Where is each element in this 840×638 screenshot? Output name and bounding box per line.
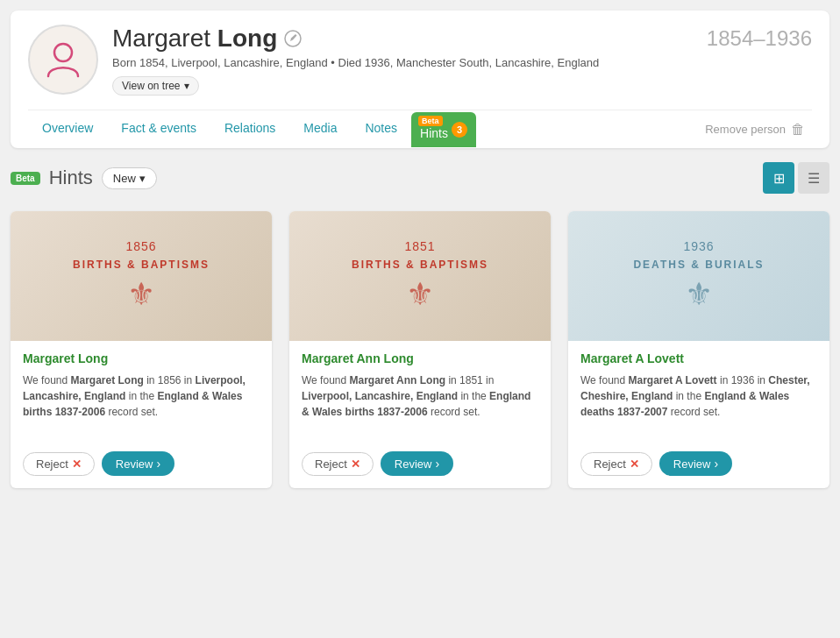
crest-icon: ⚜ <box>127 276 155 313</box>
beta-badge-nav: Beta <box>418 116 443 126</box>
card-record-type: DEATHS & BURIALS <box>633 259 764 271</box>
card-description: We found Margaret Ann Long in 1851 in Li… <box>302 372 538 420</box>
reject-x-icon: ✕ <box>72 457 82 471</box>
edit-icon[interactable] <box>284 30 302 47</box>
hint-card: 1856 BIRTHS & BAPTISMS ⚜ Margaret Long W… <box>11 211 272 488</box>
cards-grid: 1856 BIRTHS & BAPTISMS ⚜ Margaret Long W… <box>11 211 829 488</box>
review-button[interactable]: Review › <box>659 451 732 476</box>
hints-section-header: Beta Hints New ▾ ⊞ ☰ <box>11 162 829 194</box>
new-button[interactable]: New ▾ <box>102 167 157 189</box>
card-record-type: BIRTHS & BAPTISMS <box>352 259 488 271</box>
card-body: Margaret Long We found Margaret Long in … <box>11 341 272 443</box>
dropdown-arrow-icon: ▾ <box>184 80 189 92</box>
card-image: 1856 BIRTHS & BAPTISMS ⚜ <box>11 211 272 341</box>
card-person-name[interactable]: Margaret Long <box>23 351 260 365</box>
remove-person-button[interactable]: Remove person 🗑 <box>698 111 812 148</box>
person-name: Margaret Long <box>112 25 277 53</box>
review-arrow-icon: › <box>156 457 160 471</box>
card-person-name[interactable]: Margaret A Lovett <box>580 351 817 365</box>
hints-count-badge: 3 <box>452 122 467 138</box>
review-arrow-icon: › <box>714 457 718 471</box>
tab-media[interactable]: Media <box>289 110 351 148</box>
review-button[interactable]: Review › <box>381 451 453 476</box>
view-toggle: ⊞ ☰ <box>763 162 829 194</box>
crest-icon: ⚜ <box>685 276 713 313</box>
chevron-down-icon: ▾ <box>139 172 146 185</box>
card-record-type: BIRTHS & BAPTISMS <box>73 259 210 271</box>
nav-tabs: Overview Fact & events Relations Media N… <box>28 110 812 148</box>
card-body: Margaret A Lovett We found Margaret A Lo… <box>568 341 829 443</box>
card-description: We found Margaret A Lovett in 1936 in Ch… <box>580 372 817 420</box>
hints-title: Hints <box>49 167 93 189</box>
main-content: Beta Hints New ▾ ⊞ ☰ 1856 BIRTHS & BAPTI… <box>11 162 829 488</box>
card-actions: Reject ✕ Review › <box>289 443 551 488</box>
card-image-bg: 1936 DEATHS & BURIALS ⚜ <box>568 211 829 341</box>
reject-button[interactable]: Reject ✕ <box>580 452 652 476</box>
tab-hints[interactable]: Beta Hints 3 <box>411 112 476 147</box>
hint-card: 1851 BIRTHS & BAPTISMS ⚜ Margaret Ann Lo… <box>289 211 551 488</box>
person-header: Margaret Long 1854–1936 Born 1854, Liver… <box>28 25 812 110</box>
avatar <box>28 25 98 95</box>
trash-icon: 🗑 <box>791 122 805 138</box>
card-year: 1851 <box>404 239 435 253</box>
person-bio: Born 1854, Liverpool, Lancashire, Englan… <box>112 56 812 69</box>
card-actions: Reject ✕ Review › <box>568 443 829 488</box>
card-image: 1851 BIRTHS & BAPTISMS ⚜ <box>289 211 551 341</box>
person-name-row: Margaret Long 1854–1936 <box>112 25 812 53</box>
tab-relations[interactable]: Relations <box>210 110 289 148</box>
list-view-button[interactable]: ☰ <box>798 162 829 194</box>
card-description: We found Margaret Long in 1856 in Liverp… <box>23 372 260 420</box>
view-on-tree-button[interactable]: View on tree ▾ <box>112 76 199 96</box>
reject-x-icon: ✕ <box>630 457 639 471</box>
tab-notes[interactable]: Notes <box>351 110 411 148</box>
review-arrow-icon: › <box>435 457 439 471</box>
beta-badge-main: Beta <box>11 172 40 185</box>
hint-card: 1936 DEATHS & BURIALS ⚜ Margaret A Lovet… <box>568 211 829 488</box>
review-button[interactable]: Review › <box>102 451 174 476</box>
card-year: 1856 <box>125 239 156 253</box>
card-image: 1936 DEATHS & BURIALS ⚜ <box>568 211 829 341</box>
card-image-bg: 1851 BIRTHS & BAPTISMS ⚜ <box>289 211 551 341</box>
card-person-name[interactable]: Margaret Ann Long <box>302 351 538 365</box>
person-dates: 1854–1936 <box>707 26 812 51</box>
person-card: Margaret Long 1854–1936 Born 1854, Liver… <box>11 11 829 148</box>
card-body: Margaret Ann Long We found Margaret Ann … <box>289 341 551 443</box>
grid-view-button[interactable]: ⊞ <box>763 162 794 194</box>
person-icon <box>41 37 85 83</box>
card-image-bg: 1856 BIRTHS & BAPTISMS ⚜ <box>11 211 272 341</box>
card-actions: Reject ✕ Review › <box>11 443 272 488</box>
reject-x-icon: ✕ <box>351 457 360 471</box>
tab-fact-events[interactable]: Fact & events <box>107 110 210 148</box>
person-info: Margaret Long 1854–1936 Born 1854, Liver… <box>112 25 812 99</box>
svg-point-0 <box>54 44 72 61</box>
card-year: 1936 <box>683 239 714 253</box>
reject-button[interactable]: Reject ✕ <box>23 452 95 476</box>
crest-icon: ⚜ <box>406 276 434 313</box>
tab-overview[interactable]: Overview <box>28 110 107 148</box>
reject-button[interactable]: Reject ✕ <box>302 452 374 476</box>
